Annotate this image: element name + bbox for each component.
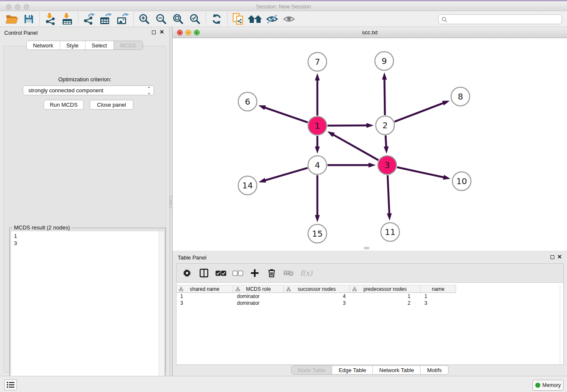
open-session-icon[interactable] (3, 12, 20, 26)
graph-edge[interactable] (259, 105, 308, 122)
search-icon (441, 17, 447, 22)
delete-table-icon (283, 268, 294, 279)
svg-text:14: 14 (242, 180, 253, 190)
graph-node[interactable]: 10 (452, 172, 471, 190)
hide-selected-icon[interactable] (264, 12, 281, 26)
graph-node[interactable]: 4 (308, 156, 327, 174)
canvas-scrollbar-thumb[interactable] (364, 247, 369, 249)
graph-node[interactable]: 1 (308, 116, 327, 135)
import-network-icon[interactable] (42, 12, 59, 26)
table-cell[interactable]: 3 (284, 300, 350, 306)
tab-network[interactable]: Network (27, 41, 60, 50)
tab-node-table[interactable]: Node Table (292, 366, 332, 374)
table-float-icon[interactable] (550, 255, 554, 259)
show-all-icon[interactable] (281, 12, 297, 26)
splitter-grip[interactable] (169, 196, 173, 208)
toolbar-separator (206, 12, 206, 26)
close-panel-icon[interactable]: ✕ (160, 29, 164, 35)
graph-edge[interactable] (315, 175, 320, 222)
graph-node[interactable]: 8 (451, 87, 470, 106)
select-all-icon[interactable] (215, 268, 226, 279)
delete-row-icon[interactable] (266, 268, 277, 279)
table-tab-group: Node TableEdge TableNetwork TableMotifs (291, 365, 449, 375)
control-panel-tabs: NetworkStyleSelectMCDS (0, 41, 169, 50)
column-header-name[interactable]: name (421, 285, 456, 293)
panel-splitter[interactable] (169, 27, 173, 376)
graph-node[interactable]: 6 (238, 92, 257, 111)
memory-status-icon (535, 383, 540, 388)
network-canvas[interactable]: 7968124314101511 (173, 38, 567, 250)
tab-mcds[interactable]: MCDS (113, 41, 143, 50)
graph-edge[interactable] (382, 72, 387, 115)
column-settings-icon[interactable] (182, 268, 193, 279)
table-cell[interactable]: 4 (284, 293, 350, 300)
show-panels-button[interactable] (4, 379, 17, 390)
result-scrollbar[interactable] (159, 231, 164, 387)
tab-style[interactable]: Style (60, 41, 85, 50)
zoom-in-icon[interactable] (136, 12, 153, 26)
table-row[interactable]: 3dominator323 (176, 300, 456, 306)
table-cell[interactable]: 3 (421, 300, 456, 306)
column-header-label: MCDS role (246, 286, 271, 292)
home-views-icon[interactable] (247, 12, 264, 26)
deselect-all-icon[interactable] (232, 268, 243, 279)
criterion-dropdown[interactable]: strongly connected component ⌃⌄ (23, 86, 154, 95)
graph-node[interactable]: 7 (308, 52, 327, 71)
table-cell[interactable]: dominator (233, 300, 284, 306)
graph-node[interactable]: 14 (238, 176, 257, 195)
tab-edge-table[interactable]: Edge Table (332, 366, 372, 374)
export-network-icon[interactable] (80, 12, 97, 26)
tab-select[interactable]: Select (85, 41, 113, 50)
table-cell[interactable]: dominator (233, 293, 284, 300)
table-cell[interactable]: 1 (176, 293, 233, 300)
graph-node[interactable]: 11 (381, 223, 399, 241)
export-table-icon[interactable] (97, 12, 114, 26)
memory-label: Memory (542, 382, 561, 388)
table-close-icon[interactable]: ✕ (557, 254, 562, 260)
zoom-fit-icon[interactable] (170, 12, 187, 26)
table-cell[interactable]: 2 (350, 300, 421, 306)
copy-view-icon[interactable] (230, 12, 247, 26)
zoom-selected-icon[interactable] (187, 12, 204, 26)
column-header-predecessor-nodes[interactable]: predecessor nodes (350, 285, 421, 293)
run-mcds-button[interactable]: Run MCDS (44, 100, 84, 110)
refresh-icon[interactable] (208, 12, 225, 26)
graph-node[interactable]: 9 (375, 52, 394, 70)
tab-motifs[interactable]: Motifs (420, 366, 448, 374)
graph-edge[interactable] (259, 168, 308, 183)
graph-edge[interactable] (397, 167, 450, 179)
tab-network-table[interactable]: Network Table (372, 366, 420, 374)
graph-edge[interactable] (394, 101, 449, 122)
export-image-icon[interactable] (114, 12, 131, 26)
split-panel-icon[interactable] (198, 268, 209, 279)
search-field[interactable] (438, 14, 562, 24)
graph-edge[interactable] (384, 135, 389, 154)
graph-edge[interactable] (328, 123, 374, 128)
import-table-icon[interactable] (59, 12, 76, 26)
graph-node[interactable]: 2 (376, 116, 394, 135)
close-panel-button[interactable]: Close panel (90, 100, 133, 110)
search-input[interactable] (449, 17, 559, 22)
zoom-out-icon[interactable] (153, 12, 170, 26)
graph-node[interactable]: 15 (308, 224, 327, 243)
add-row-icon[interactable] (249, 268, 260, 279)
table-cell[interactable]: 1 (421, 293, 456, 300)
table-cell[interactable]: 3 (176, 300, 233, 306)
graph-edge[interactable] (315, 136, 320, 154)
save-session-icon[interactable] (20, 12, 37, 26)
table-cell[interactable]: 1 (350, 293, 421, 300)
column-header-MCDS-role[interactable]: MCDS role (233, 285, 284, 293)
graph-edge[interactable] (315, 73, 320, 116)
graph-edge[interactable] (328, 163, 376, 168)
table-scrollbar[interactable] (560, 285, 563, 364)
table-row[interactable]: 1dominator411 (176, 293, 456, 300)
memory-button[interactable]: Memory (532, 380, 564, 391)
graph-edge[interactable] (387, 175, 392, 221)
graph-edge[interactable] (328, 131, 379, 160)
column-header-shared-name[interactable]: shared name (176, 285, 233, 293)
table-header-row: shared nameMCDS rolesuccessor nodesprede… (176, 285, 456, 293)
float-panel-icon[interactable] (152, 30, 156, 34)
svg-text:1: 1 (315, 121, 320, 131)
graph-node[interactable]: 3 (378, 156, 396, 174)
column-header-successor-nodes[interactable]: successor nodes (284, 285, 350, 293)
